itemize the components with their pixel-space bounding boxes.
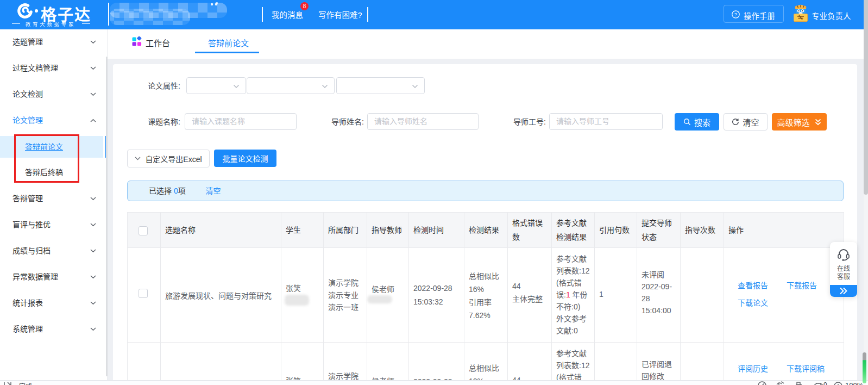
svg-text:?: ? [734,11,737,17]
